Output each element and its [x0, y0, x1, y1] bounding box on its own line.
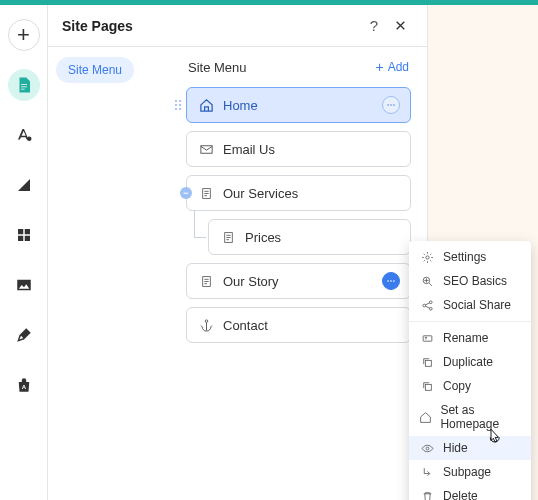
blog-rail-button[interactable] [8, 319, 40, 351]
svg-point-21 [387, 280, 389, 282]
page-item-home[interactable]: Home [186, 87, 411, 123]
svg-point-27 [422, 304, 425, 307]
mail-icon [197, 142, 215, 157]
svg-point-11 [179, 104, 181, 106]
menu-social[interactable]: Social Share [409, 293, 531, 317]
page-icon [197, 274, 215, 289]
page-label: Our Services [223, 186, 400, 201]
close-icon [394, 19, 407, 32]
svg-text:A: A [21, 384, 26, 390]
help-button[interactable]: ? [361, 13, 387, 39]
menu-settings[interactable]: Settings [409, 245, 531, 269]
menu-delete[interactable]: Delete [409, 484, 531, 500]
svg-point-29 [429, 307, 432, 310]
font-icon [15, 126, 33, 144]
panel-header: Site Pages ? [48, 5, 427, 47]
page-label: Prices [245, 230, 400, 245]
panel-nav: Site Menu [48, 47, 170, 500]
trash-icon [419, 490, 435, 501]
svg-point-15 [390, 104, 392, 106]
svg-rect-31 [425, 360, 431, 366]
svg-rect-30 [423, 335, 432, 340]
svg-point-8 [175, 100, 177, 102]
copy-icon [419, 380, 435, 393]
section-rail-button[interactable] [8, 169, 40, 201]
page-more-button[interactable] [382, 272, 400, 290]
home-icon [419, 411, 432, 424]
design-rail-button[interactable] [8, 119, 40, 151]
collapse-toggle[interactable]: − [180, 187, 192, 199]
svg-point-33 [426, 447, 429, 450]
plus-icon: + [375, 59, 383, 75]
svg-point-9 [179, 100, 181, 102]
search-icon [419, 275, 435, 288]
cursor-icon [485, 427, 503, 445]
svg-point-0 [27, 137, 32, 142]
svg-rect-4 [18, 236, 23, 241]
add-page-button[interactable]: +Add [375, 59, 409, 75]
page-icon [15, 76, 33, 94]
svg-point-10 [175, 104, 177, 106]
page-list: Home Email Us − Our Services [186, 87, 411, 343]
page-label: Our Story [223, 274, 382, 289]
page-icon [197, 186, 215, 201]
pen-icon [15, 326, 33, 344]
panel-title: Site Pages [62, 18, 361, 34]
page-item-contact[interactable]: Contact [186, 307, 411, 343]
square-half-icon [15, 176, 33, 194]
image-icon [15, 276, 33, 294]
anchor-icon [197, 318, 215, 333]
page-label: Email Us [223, 142, 400, 157]
gear-icon [419, 251, 435, 264]
page-item-services[interactable]: − Our Services [186, 175, 411, 211]
page-icon [219, 230, 237, 245]
menu-subpage[interactable]: Subpage [409, 460, 531, 484]
close-panel-button[interactable] [387, 13, 413, 39]
bag-icon: A [15, 376, 33, 394]
context-menu: Settings SEO Basics Social Share Rename … [409, 241, 531, 500]
svg-point-24 [205, 319, 208, 322]
menu-separator [409, 321, 531, 322]
svg-point-28 [429, 300, 432, 303]
pages-content: Site Menu +Add Home Email Us − Our [170, 47, 427, 500]
svg-rect-2 [18, 229, 23, 234]
page-label: Home [223, 98, 382, 113]
content-title: Site Menu [188, 60, 375, 75]
home-icon [197, 98, 215, 113]
menu-rename[interactable]: Rename [409, 326, 531, 350]
menu-copy[interactable]: Copy [409, 374, 531, 398]
page-more-button[interactable] [382, 96, 400, 114]
menu-hide[interactable]: Hide [409, 436, 531, 460]
page-item-prices[interactable]: Prices [208, 219, 411, 255]
page-item-story[interactable]: Our Story [186, 263, 411, 299]
apps-rail-button[interactable] [8, 219, 40, 251]
pages-rail-button[interactable] [8, 69, 40, 101]
store-rail-button[interactable]: A [8, 369, 40, 401]
share-icon [419, 299, 435, 312]
svg-rect-17 [200, 145, 211, 153]
left-rail: + A [0, 5, 48, 500]
svg-point-14 [387, 104, 389, 106]
menu-seo[interactable]: SEO Basics [409, 269, 531, 293]
svg-point-13 [179, 108, 181, 110]
duplicate-icon [419, 356, 435, 369]
tree-line [194, 211, 195, 237]
menu-duplicate[interactable]: Duplicate [409, 350, 531, 374]
add-button[interactable]: + [8, 19, 40, 51]
svg-rect-3 [24, 229, 29, 234]
media-rail-button[interactable] [8, 269, 40, 301]
grid-icon [15, 226, 33, 244]
text-icon [419, 332, 435, 345]
svg-point-22 [390, 280, 392, 282]
svg-point-16 [393, 104, 395, 106]
menu-homepage[interactable]: Set as Homepage [409, 398, 531, 436]
drag-handle-icon[interactable] [174, 99, 182, 111]
page-label: Contact [223, 318, 400, 333]
svg-rect-32 [425, 384, 431, 390]
svg-point-25 [425, 255, 428, 258]
pages-panel: Site Pages ? Site Menu Site Menu +Add Ho… [48, 5, 428, 500]
tree-line [194, 237, 206, 238]
page-item-email[interactable]: Email Us [186, 131, 411, 167]
nav-site-menu[interactable]: Site Menu [56, 57, 134, 83]
svg-point-12 [175, 108, 177, 110]
